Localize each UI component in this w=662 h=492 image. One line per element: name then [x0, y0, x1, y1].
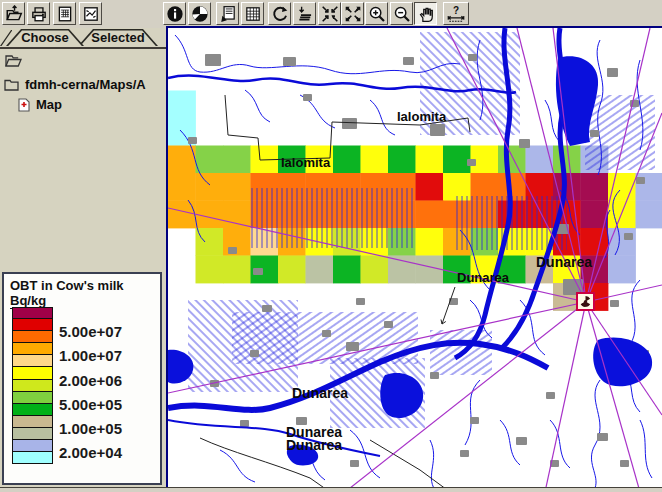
plume-cell — [361, 256, 389, 284]
info-icon — [166, 5, 184, 23]
plume-cell — [168, 173, 196, 201]
urban-area — [346, 342, 359, 351]
legend-band — [12, 319, 53, 331]
map-label: Dunarea — [457, 270, 510, 285]
plume-cell — [223, 256, 251, 284]
pan-hand-icon — [417, 5, 435, 23]
urban-area — [342, 118, 357, 129]
legend-value: 2.00e+04 — [59, 444, 122, 461]
report-button[interactable] — [53, 2, 76, 25]
legend-band — [12, 307, 53, 319]
tab-strip: Choose Selected — [0, 28, 166, 49]
plume-cell — [443, 146, 471, 174]
data-table-button[interactable] — [241, 2, 264, 25]
plume-cell — [416, 201, 444, 229]
print-button[interactable] — [27, 2, 50, 25]
urban-area — [636, 177, 645, 184]
open-folder-icon — [5, 54, 22, 67]
urban-area — [516, 437, 527, 445]
legend-band — [12, 416, 53, 428]
plume-cell — [223, 146, 251, 174]
zoom-fit-icon — [321, 5, 339, 23]
urban-area — [262, 305, 272, 312]
open-folder-shortcut[interactable] — [5, 54, 22, 67]
open-map-button[interactable] — [2, 2, 25, 25]
tree-node-map[interactable]: Map — [18, 97, 62, 112]
plume-cell — [196, 201, 224, 229]
legend-band — [12, 367, 53, 379]
pie-info-button[interactable] — [188, 2, 211, 25]
open-map-icon — [5, 5, 23, 23]
urban-area — [519, 139, 530, 148]
zoom-fit-button[interactable] — [318, 2, 341, 25]
urban-area — [240, 420, 249, 427]
urban-area — [303, 94, 312, 101]
legend-panel: OBT in Cow's milk Bq/kg 5.00e+071.00e+07… — [2, 272, 162, 485]
map-document-icon — [18, 98, 30, 112]
urban-area — [430, 124, 445, 136]
plume-cell — [196, 228, 224, 256]
urban-area — [322, 330, 331, 337]
urban-area — [384, 321, 393, 328]
legend-value: 5.00e+07 — [59, 323, 122, 340]
zoom-in-icon — [368, 5, 386, 23]
plume-cell — [196, 256, 224, 284]
urban-area — [597, 433, 608, 441]
urban-area — [350, 460, 359, 467]
tab-choose-label: Choose — [6, 29, 84, 46]
urban-area — [610, 300, 619, 307]
urban-area — [188, 137, 197, 144]
legend-value: 1.00e+05 — [59, 420, 122, 437]
legend-color-ramp — [12, 307, 53, 464]
tab-choose[interactable]: Choose — [6, 29, 84, 46]
zoom-extent-icon — [344, 5, 362, 23]
pan-hand-button[interactable] — [414, 2, 437, 25]
urban-area — [356, 298, 365, 305]
layers-button[interactable] — [293, 2, 316, 25]
zoom-in-button[interactable] — [365, 2, 388, 25]
map-label: Ialomita — [281, 155, 331, 170]
measure-button[interactable]: ? — [443, 2, 469, 25]
tab-selected[interactable]: Selected — [78, 29, 158, 46]
urban-area — [253, 268, 263, 275]
legend-band — [12, 452, 53, 464]
plume-cell — [581, 228, 609, 256]
plume-cell — [553, 146, 581, 174]
urban-area — [546, 392, 555, 399]
plume-cell — [526, 146, 554, 174]
plume-cell — [278, 256, 306, 284]
tree-node-root[interactable]: fdmh-cerna/Maps/A — [4, 77, 146, 92]
map-viewport[interactable]: IalomitaIalomitaDunareaDunareaDunareaDun… — [166, 26, 662, 487]
plume-cell — [168, 201, 196, 229]
plume-cell — [333, 146, 361, 174]
zoom-extent-button[interactable] — [341, 2, 364, 25]
zoom-out-icon — [393, 5, 411, 23]
plume-cell — [608, 256, 636, 284]
tree-node-map-label: Map — [36, 97, 62, 112]
map-label: Dunarea — [292, 385, 348, 401]
map-label: Dunarea — [286, 437, 342, 453]
image-export-button[interactable] — [79, 2, 102, 25]
svg-text:?: ? — [453, 5, 459, 16]
legend-band — [12, 440, 53, 452]
folder-icon — [4, 79, 19, 91]
plume-cell — [388, 256, 416, 284]
map-canvas[interactable]: IalomitaIalomitaDunareaDunareaDunareaDun… — [168, 28, 662, 487]
urban-area — [228, 247, 237, 254]
info-button[interactable] — [163, 2, 186, 25]
map-label: Ialomita — [397, 109, 447, 124]
select-on-map-button[interactable] — [216, 2, 239, 25]
plume-cell — [223, 201, 251, 229]
image-export-icon — [82, 5, 100, 23]
plume-cell — [361, 146, 389, 174]
urban-area — [283, 57, 296, 66]
legend-band — [12, 404, 53, 416]
plume-cell — [388, 146, 416, 174]
plume-cell — [636, 201, 662, 229]
zoom-out-button[interactable] — [390, 2, 413, 25]
bottom-strip — [0, 487, 662, 492]
refresh-button[interactable] — [268, 2, 291, 25]
data-table-icon — [244, 5, 262, 23]
plume-cell — [168, 91, 196, 119]
legend-value: 5.00e+05 — [59, 396, 122, 413]
